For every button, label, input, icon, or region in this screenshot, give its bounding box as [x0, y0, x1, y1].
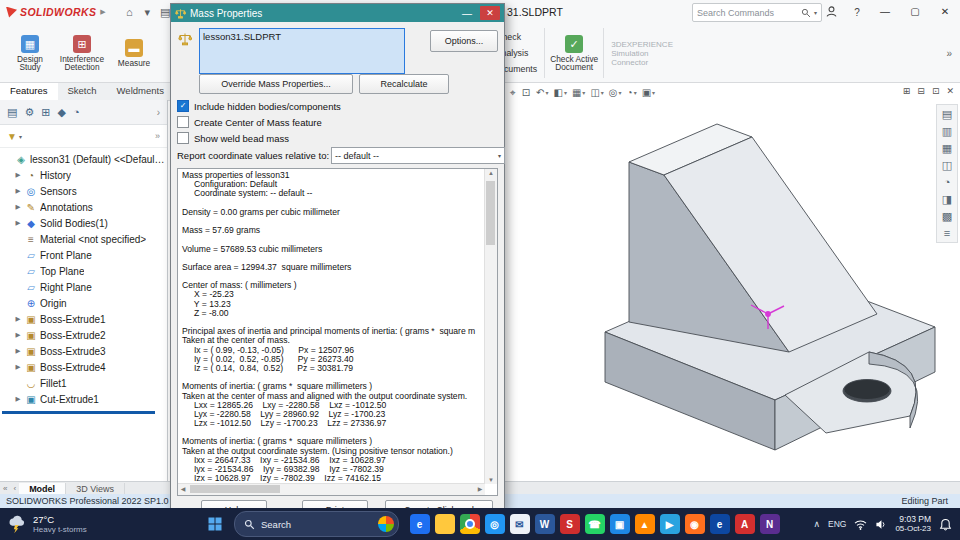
- close-document-icon[interactable]: ✕: [946, 86, 954, 96]
- threedexperience-pane-icon[interactable]: ▤: [942, 108, 952, 120]
- clock[interactable]: 9:03 PM 05-Oct-23: [895, 515, 931, 534]
- search-commands-box[interactable]: Search Commands ▾: [692, 3, 822, 22]
- dimxpertmanager-tab[interactable]: ◆: [58, 106, 66, 119]
- speaker-icon[interactable]: [875, 519, 887, 530]
- view-palette-pane-icon[interactable]: ◫: [942, 159, 952, 171]
- taskbar-app-mail[interactable]: ✉: [507, 512, 532, 537]
- tab-sketch[interactable]: Sketch: [58, 82, 107, 100]
- view-settings-button[interactable]: ▣ ▾: [640, 85, 657, 100]
- previous-view-button[interactable]: ↶ ▾: [534, 85, 550, 100]
- logo-caret-icon[interactable]: ▶: [100, 8, 105, 16]
- maximize-window-button[interactable]: ▢: [900, 0, 930, 24]
- dialog-minimize-button[interactable]: —: [458, 8, 476, 19]
- ribbon-interference-detection[interactable]: ⊞ Interference Detection: [56, 25, 108, 81]
- home-icon[interactable]: ⌂: [122, 1, 137, 23]
- report-vertical-scrollbar[interactable]: ▲ ▼: [484, 169, 497, 484]
- tree-item-history[interactable]: ▶ ◔ History: [0, 167, 167, 183]
- user-account-icon[interactable]: [818, 5, 844, 20]
- document-name-field[interactable]: lesson31.SLDPRT: [199, 28, 405, 74]
- tree-item-top-plane[interactable]: ▱ Top Plane: [0, 263, 167, 279]
- taskbar-search-box[interactable]: Search: [234, 511, 399, 537]
- checkbox-create-center-of-mass-feature[interactable]: Create Center of Mass feature: [177, 114, 341, 130]
- expander-icon[interactable]: ▶: [14, 315, 22, 323]
- featuremanager-tab[interactable]: ▤: [7, 106, 17, 119]
- hide-show-items-button[interactable]: ◎ ▾: [607, 85, 624, 100]
- ribbon-measure[interactable]: ▬ Measure: [108, 25, 160, 81]
- taskbar-app-firefox[interactable]: ◉: [682, 512, 707, 537]
- taskbar-app-word[interactable]: W: [532, 512, 557, 537]
- custom-properties-pane-icon[interactable]: ▩: [942, 210, 952, 222]
- dialog-titlebar[interactable]: Mass Properties — ✕: [171, 4, 504, 22]
- taskbar-app-chrome[interactable]: [457, 512, 482, 537]
- vertical-scroll-thumb[interactable]: [486, 181, 495, 245]
- options-button[interactable]: Options...: [430, 30, 498, 52]
- checkbox[interactable]: [177, 132, 189, 144]
- tab-scroll-left2-icon[interactable]: ‹: [10, 484, 19, 493]
- file-explorer-pane-icon[interactable]: ▦: [942, 142, 952, 154]
- taskbar-app-acrobat[interactable]: A: [732, 512, 757, 537]
- taskbar-app-vlc[interactable]: ▲: [632, 512, 657, 537]
- bottom-tab-3d-views[interactable]: 3D Views: [66, 483, 125, 495]
- notifications-bell-icon[interactable]: [939, 518, 952, 531]
- scroll-left-icon[interactable]: ◀: [178, 484, 188, 495]
- tree-item-material-not-specified[interactable]: ≡ Material <not specified>: [0, 231, 167, 247]
- filter-caret-icon[interactable]: ▾: [19, 133, 22, 140]
- override-mass-properties-button[interactable]: Override Mass Properties...: [199, 74, 353, 94]
- expander-icon[interactable]: ▶: [14, 395, 22, 403]
- ribbon-overflow-chevron[interactable]: »: [942, 48, 956, 59]
- display-style-button[interactable]: ◫ ▾: [588, 85, 605, 100]
- bottom-tab-model[interactable]: Model: [19, 483, 66, 495]
- toolbar-caret-icon[interactable]: ▾: [140, 1, 155, 23]
- appearances-pane-icon[interactable]: ◔: [944, 176, 951, 188]
- coordinate-system-dropdown[interactable]: -- default -- ▾: [331, 147, 505, 164]
- tree-item-cut-extrude1[interactable]: ▶ ▣ Cut-Extrude1: [0, 391, 167, 407]
- zoom-area-button[interactable]: ⊡: [520, 85, 533, 100]
- tree-item-boss-extrude2[interactable]: ▶ ▣ Boss-Extrude2: [0, 327, 167, 343]
- taskbar-app-telegram[interactable]: ▶: [657, 512, 682, 537]
- help-icon[interactable]: ?: [844, 7, 870, 18]
- minimize-window-button[interactable]: —: [870, 0, 900, 24]
- expander-icon[interactable]: ▶: [14, 187, 22, 195]
- tree-item-fillet1[interactable]: ◡ Fillet1: [0, 375, 167, 391]
- tree-item-origin[interactable]: ⊕ Origin: [0, 295, 167, 311]
- checkbox[interactable]: [177, 116, 189, 128]
- tray-overflow-chevron-icon[interactable]: ∧: [813, 519, 820, 529]
- checkbox[interactable]: ✓: [177, 100, 189, 112]
- viewport-layout-icon[interactable]: ⊞: [903, 86, 911, 96]
- tree-item-boss-extrude4[interactable]: ▶ ▣ Boss-Extrude4: [0, 359, 167, 375]
- edit-appearance-button[interactable]: ◔ ▾: [625, 85, 639, 100]
- report-horizontal-scrollbar[interactable]: ◀ ▶: [178, 483, 485, 495]
- wifi-icon[interactable]: [854, 519, 867, 530]
- checkbox-include-hidden-bodies-components[interactable]: ✓ Include hidden bodies/components: [177, 98, 341, 114]
- taskbar-app-file-explorer[interactable]: [432, 512, 457, 537]
- tree-item-root[interactable]: ◈ lesson31 (Default) <<Default>_Display.…: [0, 151, 167, 167]
- close-window-button[interactable]: ✕: [930, 0, 960, 24]
- bing-search-icon[interactable]: [378, 516, 394, 532]
- restore-document-icon[interactable]: ⊡: [932, 86, 940, 96]
- scroll-up-icon[interactable]: ▲: [485, 170, 497, 176]
- expander-icon[interactable]: ▶: [14, 203, 22, 211]
- minimize-document-icon[interactable]: ⊟: [917, 86, 925, 96]
- taskbar-app-browser[interactable]: ◎: [482, 512, 507, 537]
- language-indicator[interactable]: ENG: [828, 519, 846, 529]
- tree-item-right-plane[interactable]: ▱ Right Plane: [0, 279, 167, 295]
- tree-item-annotations[interactable]: ▶ ✎ Annotations: [0, 199, 167, 215]
- taskbar-app-edge-dev[interactable]: e: [707, 512, 732, 537]
- taskbar-app-photos[interactable]: ▣: [607, 512, 632, 537]
- filter-funnel-icon[interactable]: ▼: [7, 131, 17, 142]
- tab-scroll-left-icon[interactable]: «: [0, 484, 10, 493]
- expander-icon[interactable]: ▶: [14, 171, 22, 179]
- expander-icon[interactable]: ▶: [14, 363, 22, 371]
- scroll-down-icon[interactable]: ▼: [485, 477, 497, 483]
- tree-item-sensors[interactable]: ▶ ◎ Sensors: [0, 183, 167, 199]
- design-library-pane-icon[interactable]: ▥: [942, 125, 952, 137]
- view-orientation-button[interactable]: ▦ ▾: [570, 85, 587, 100]
- horizontal-scroll-thumb[interactable]: [190, 485, 280, 493]
- panel-flyout-arrow[interactable]: ›: [157, 107, 160, 118]
- ribbon-design-study[interactable]: ▦ Design Study: [4, 25, 56, 81]
- filter-flyout-icon[interactable]: »: [155, 131, 160, 141]
- tab-weldments[interactable]: Weldments: [107, 82, 174, 100]
- taskbar-app-onenote[interactable]: N: [757, 512, 782, 537]
- search-caret-icon[interactable]: ▾: [814, 9, 817, 16]
- scroll-right-icon[interactable]: ▶: [475, 484, 485, 495]
